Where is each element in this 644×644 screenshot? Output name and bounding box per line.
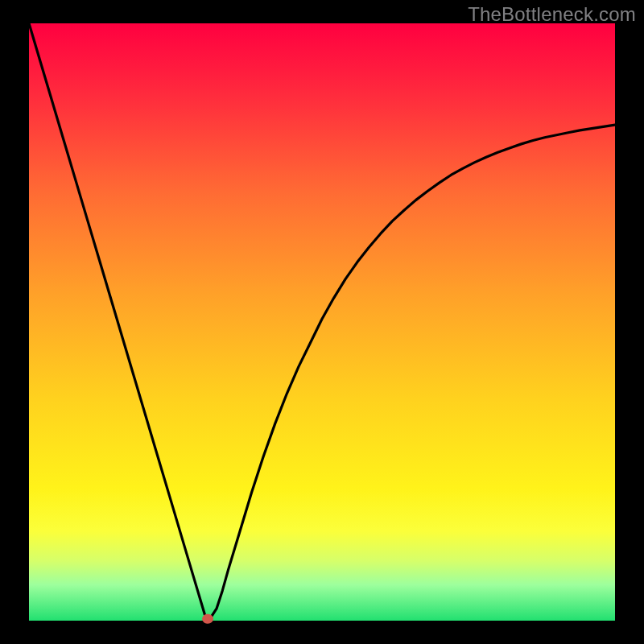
chart-frame: TheBottleneck.com [0,0,644,644]
bottleneck-chart [0,0,644,644]
watermark-text: TheBottleneck.com [468,3,636,26]
optimal-point-marker [202,614,213,624]
